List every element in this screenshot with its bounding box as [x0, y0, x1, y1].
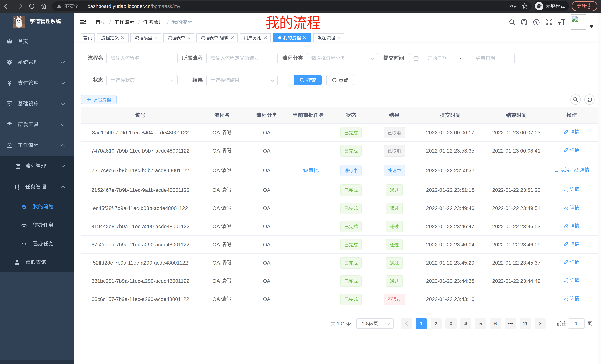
svg-text:?: ? — [535, 20, 538, 24]
